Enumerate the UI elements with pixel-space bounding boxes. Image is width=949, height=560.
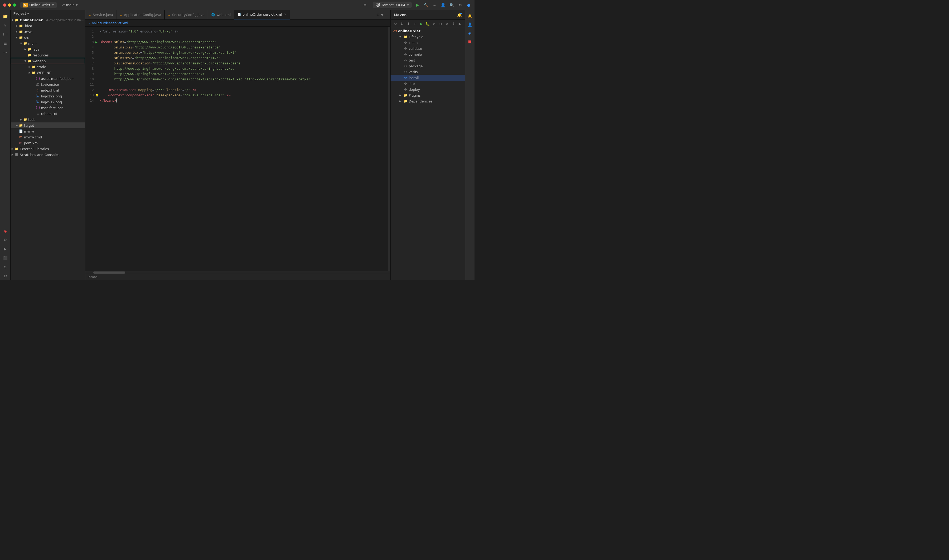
git-icon[interactable]: ⛓ [2, 272, 9, 280]
notifications-icon[interactable]: 🔔 [466, 12, 474, 20]
maven-item-test[interactable]: ⊙ test [390, 57, 465, 63]
code-editor[interactable]: <?xml version="1.0" encoding="UTF-8" ?> … [100, 27, 388, 271]
tree-item-favicon[interactable]: 🖼 favicon.ico [11, 82, 85, 87]
terminal-icon[interactable]: ⬛ [2, 254, 9, 262]
tab-webxml[interactable]: 🌐 web.xml [208, 10, 234, 19]
run-button[interactable]: ▶ [415, 2, 420, 8]
close-button[interactable] [3, 3, 6, 7]
maven-item-plugins[interactable]: ▶ 📁 Plugins [390, 92, 465, 98]
run-left-icon[interactable]: ▶ [2, 245, 9, 253]
tree-item-external-libraries[interactable]: ▶ 📁 External Libraries [11, 146, 85, 152]
jetbrains-icon[interactable]: ◈ [2, 227, 9, 235]
tree-item-onlineorder[interactable]: ▼ 📁 OnlineOrder ~/Desktop/Projects/Resta… [11, 17, 85, 23]
problems-icon[interactable]: ⊙ [2, 263, 9, 271]
tree-item-pom[interactable]: m pom.xml [11, 140, 85, 146]
bulb-gutter-icon[interactable]: 💡 [96, 94, 99, 97]
project-view-icon[interactable]: 📁 [2, 12, 9, 20]
editor-scrollbar[interactable] [85, 271, 390, 274]
maven-item-compile[interactable]: ⊙ compile [390, 51, 465, 57]
editor-content[interactable]: 1 2 3 ▶ 4 5 [85, 27, 390, 280]
tree-item-mvnwcmd[interactable]: m mvnw.cmd [11, 134, 85, 140]
plugin-marketplace-icon[interactable]: ◈ [466, 29, 474, 37]
tab-onlineorder-servlet[interactable]: 📄 onlineOrder-servlet.xml ✕ [234, 10, 290, 19]
download-icon[interactable]: ⬇ [399, 21, 404, 27]
maven-item-deploy[interactable]: ⊙ deploy [390, 86, 465, 92]
build-icon[interactable]: 🔨 [423, 2, 429, 8]
sidebar-header[interactable]: Project ▼ [11, 10, 85, 17]
notification-icon[interactable]: 🔔 [457, 13, 462, 17]
tree-item-webinf[interactable]: ▶ 📁 WEB-INF [11, 70, 85, 75]
debug-icon[interactable]: 🐛 [425, 21, 430, 27]
minimize-button[interactable] [8, 3, 11, 7]
maven-item-package[interactable]: ⊙ package [390, 63, 465, 69]
search-icon[interactable]: 🔍 [449, 2, 454, 8]
maven-item-validate[interactable]: ⊙ validate [390, 46, 465, 51]
split-editor-icon[interactable]: ⊞ [377, 13, 380, 17]
tree-item-resources[interactable]: 📁 resources [11, 52, 85, 58]
jetbrains-account-icon[interactable]: 👤 [466, 21, 474, 28]
maven-item-install[interactable]: ⊙ install [390, 75, 465, 81]
run-maven-icon[interactable]: ▶ [418, 21, 424, 27]
structure-icon[interactable]: ⋮⋮ [2, 30, 9, 38]
maven-item-clean[interactable]: ⊙ clean [390, 40, 465, 46]
tree-item-java[interactable]: ▶ 📁 java [11, 46, 85, 52]
tree-item-static[interactable]: ▶ 📁 static [11, 64, 85, 70]
maximize-button[interactable] [13, 3, 16, 7]
tree-item-target[interactable]: ▶ 📁 target [11, 122, 85, 128]
tab-close-button[interactable]: ✕ [284, 13, 286, 16]
bookmark-icon[interactable]: ☰ [2, 39, 9, 48]
profile-icon[interactable]: 👤 [440, 2, 446, 8]
maven-item-onlineorder[interactable]: m onlineOrder [390, 28, 465, 34]
tree-item-robots[interactable]: ≡ robots.txt [11, 111, 85, 117]
tree-item-logo512[interactable]: 🖼 logo512.png [11, 99, 85, 105]
tab-service-java[interactable]: ☕ Service.java [85, 10, 116, 19]
tree-item-mvn[interactable]: ▶ 📁 .mvn [11, 29, 85, 35]
maven-item-site[interactable]: ⊙ site [390, 81, 465, 86]
reload-icon[interactable]: ↻ [393, 21, 398, 27]
add-icon[interactable]: + [412, 21, 418, 27]
maven-item-lifecycle[interactable]: ▼ 📁 Lifecycle [390, 34, 465, 40]
item-label: WEB-INF [37, 71, 51, 75]
maven-label: package [409, 64, 423, 68]
link-icon[interactable]: ⤵ [451, 21, 456, 27]
tree-item-scratches[interactable]: ▶ ☰ Scratches and Consoles [11, 152, 85, 158]
project-selector[interactable]: O OnlineOrder ▼ [20, 2, 57, 8]
generate-icon[interactable]: ⊙ [438, 21, 443, 27]
branch-selector[interactable]: ⎇ main ▼ [61, 3, 78, 7]
maven-item-dependencies[interactable]: ▶ 📁 Dependencies [390, 98, 465, 104]
run-config-selector[interactable]: 🐱 Tomcat 9.0.84 ▼ [373, 2, 412, 8]
tree-item-manifest[interactable]: { } manifest.json [11, 105, 85, 111]
tab-securityconfig[interactable]: ☕ SecurityConfig.java [165, 10, 208, 19]
tree-item-main[interactable]: ▼ 📁 main [11, 40, 85, 46]
skip-tests-icon[interactable]: ⊘ [432, 21, 437, 27]
tab-applicationconfig[interactable]: ☕ ApplicationConfig.java [116, 10, 165, 19]
more-tools-icon[interactable]: ··· [2, 48, 9, 57]
more-actions-icon[interactable]: ⋯ [432, 2, 437, 8]
tree-item-index-html[interactable]: ◇ index.html [11, 87, 85, 93]
download-sources-icon[interactable]: ⬇ [406, 21, 411, 27]
tree-item-mvnw[interactable]: 📄 mvnw [11, 128, 85, 134]
recent-files-icon[interactable]: ▼ [381, 13, 383, 17]
settings-icon[interactable]: ⚙ [362, 2, 368, 8]
maven-item-verify[interactable]: ⊙ verify [390, 69, 465, 75]
tree-item-asset-manifest[interactable]: { } asset-manifest.json [11, 75, 85, 82]
settings2-icon[interactable]: ⚙ [457, 2, 463, 8]
item-label: OnlineOrder [20, 18, 43, 22]
scrollbar-thumb[interactable] [93, 271, 125, 274]
collapse-icon[interactable]: ✕ [444, 21, 450, 27]
tree-item-webapp[interactable]: ▼ 📁 webapp [11, 58, 85, 64]
tree-item-logo192[interactable]: 🖼 logo192.png [11, 93, 85, 99]
plugin-icon[interactable]: ● [466, 2, 471, 8]
jetbrains-logo-icon[interactable]: ▣ [466, 38, 474, 45]
code-line-10: http://www.springframework.org/schema/co… [100, 77, 388, 82]
arrow-icon: ▼ [23, 59, 27, 63]
more-tabs-icon[interactable]: ⋯ [385, 13, 388, 17]
tree-item-src[interactable]: ▼ 📁 src [11, 35, 85, 40]
settings-left-icon[interactable]: ⚙ [2, 236, 9, 244]
tree-item-test[interactable]: ▶ 📁 test [11, 117, 85, 122]
commit-icon[interactable]: ⑂ [2, 21, 9, 29]
java-file-icon: ☕ [88, 13, 91, 17]
java-file-icon: ☕ [120, 13, 122, 17]
tree-item-idea[interactable]: ▶ 📁 .idea [11, 23, 85, 29]
expand-right-icon[interactable]: ▶ [457, 21, 463, 27]
